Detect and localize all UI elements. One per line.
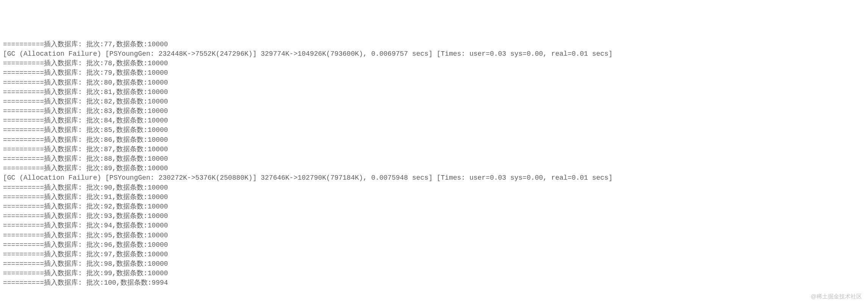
insert-log-line: ==========插入数据库: 批次:92,数据条数:10000	[3, 202, 865, 212]
insert-log-line: ==========插入数据库: 批次:90,数据条数:10000	[3, 183, 865, 193]
insert-log-line: ==========插入数据库: 批次:98,数据条数:10000	[3, 259, 865, 269]
gc-log-line: [GC (Allocation Failure) [PSYoungGen: 23…	[3, 49, 865, 59]
insert-log-line: ==========插入数据库: 批次:93,数据条数:10000	[3, 212, 865, 221]
gc-log-line: [GC (Allocation Failure) [PSYoungGen: 23…	[3, 173, 865, 183]
insert-log-line: ==========插入数据库: 批次:82,数据条数:10000	[3, 97, 865, 107]
insert-log-line: ==========插入数据库: 批次:95,数据条数:10000	[3, 231, 865, 240]
insert-log-line: ==========插入数据库: 批次:88,数据条数:10000	[3, 154, 865, 164]
insert-log-line: ==========插入数据库: 批次:79,数据条数:10000	[3, 68, 865, 78]
insert-log-line: ==========插入数据库: 批次:89,数据条数:10000	[3, 164, 865, 173]
insert-log-line: ==========插入数据库: 批次:87,数据条数:10000	[3, 145, 865, 154]
console-output: ==========插入数据库: 批次:77,数据条数:10000[GC (Al…	[3, 40, 865, 288]
insert-log-line: ==========插入数据库: 批次:99,数据条数:10000	[3, 269, 865, 278]
insert-log-line: ==========插入数据库: 批次:94,数据条数:10000	[3, 221, 865, 230]
watermark-text: @稀土掘金技术社区	[811, 292, 862, 300]
insert-log-line: ==========插入数据库: 批次:83,数据条数:10000	[3, 107, 865, 116]
insert-log-line: ==========插入数据库: 批次:84,数据条数:10000	[3, 116, 865, 125]
insert-log-line: ==========插入数据库: 批次:78,数据条数:10000	[3, 59, 865, 68]
insert-log-line: ==========插入数据库: 批次:85,数据条数:10000	[3, 125, 865, 135]
insert-log-line: ==========插入数据库: 批次:100,数据条数:9994	[3, 278, 865, 288]
insert-log-line: ==========插入数据库: 批次:91,数据条数:10000	[3, 193, 865, 202]
insert-log-line: ==========插入数据库: 批次:81,数据条数:10000	[3, 88, 865, 97]
insert-log-line: ==========插入数据库: 批次:96,数据条数:10000	[3, 240, 865, 250]
insert-log-line: ==========插入数据库: 批次:77,数据条数:10000	[3, 40, 865, 49]
insert-log-line: ==========插入数据库: 批次:80,数据条数:10000	[3, 78, 865, 88]
insert-log-line: ==========插入数据库: 批次:86,数据条数:10000	[3, 135, 865, 145]
insert-log-line: ==========插入数据库: 批次:97,数据条数:10000	[3, 250, 865, 259]
